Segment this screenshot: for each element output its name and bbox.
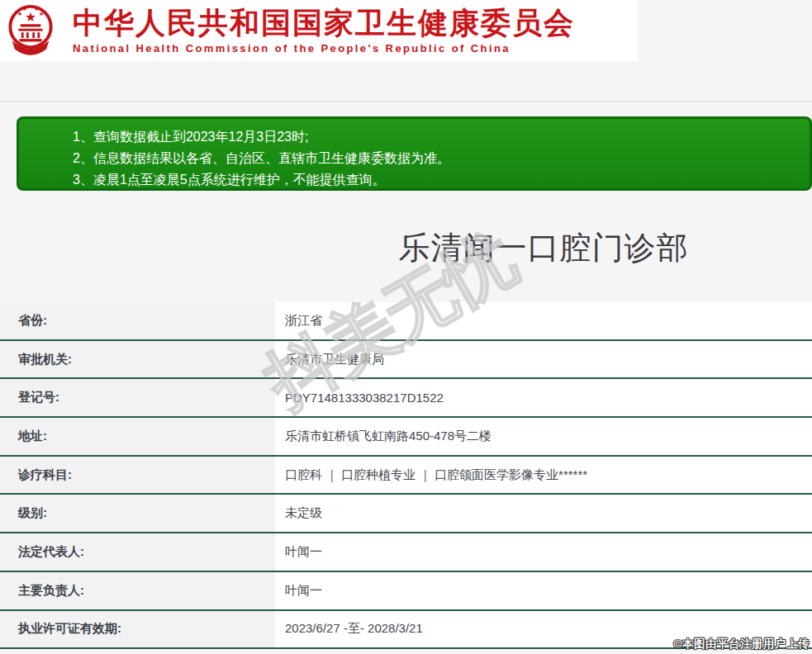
notice-line-3: 3、凌晨1点至凌晨5点系统进行维护，不能提供查询。 [73, 169, 801, 191]
china-national-emblem-icon: ★ ★ ★ ★ ★ [7, 0, 55, 61]
row-value: PDY71481333038217D1522 [275, 379, 812, 416]
site-title-english: National Health Commission of the People… [73, 42, 575, 54]
row-label: 省份: [0, 302, 275, 339]
table-row-level: 级别: 未定级 [0, 495, 812, 533]
row-label: 审批机关: [0, 341, 275, 378]
row-value: 未定级 [275, 495, 812, 532]
table-row-address: 地址: 乐清市虹桥镇飞虹南路450-478号二楼 [0, 418, 812, 457]
table-row-province: 省份: 浙江省 [0, 302, 812, 341]
table-row-medical-subjects: 诊疗科目: 口腔科 ｜ 口腔种植专业 ｜ 口腔颌面医学影像专业****** [0, 457, 812, 495]
clinic-info-table: 省份: 浙江省 审批机关: 乐清市卫生健康局 登记号: PDY714813330… [0, 302, 812, 649]
row-value: 浙江省 [275, 302, 812, 339]
row-label: 级别: [0, 495, 275, 532]
table-row-legal-representative: 法定代表人: 叶闻一 [0, 533, 812, 572]
row-label: 地址: [0, 418, 275, 455]
clinic-name-title: 乐清闻一口腔门诊部 [275, 227, 812, 269]
row-label: 法定代表人: [0, 533, 275, 571]
header-titles: 中华人民共和国国家卫生健康委员会 National Health Commiss… [73, 7, 575, 54]
uploader-copyright-watermark: ©本图由平台注册用户上传 [674, 637, 810, 652]
svg-text:★: ★ [22, 6, 27, 12]
query-notice-box: 1、查询数据截止到2023年12月3日23时; 2、信息数据结果以各省、自治区、… [17, 116, 812, 191]
row-label: 执业许可证有效期: [0, 611, 275, 648]
svg-text:★: ★ [25, 10, 36, 24]
row-value: 乐清市卫生健康局 [275, 341, 812, 378]
row-value: 叶闻一 [275, 572, 812, 609]
table-row-registration-number: 登记号: PDY71481333038217D1522 [0, 379, 812, 418]
row-label: 登记号: [0, 379, 275, 416]
row-value: 口腔科 ｜ 口腔种植专业 ｜ 口腔颌面医学影像专业****** [275, 457, 812, 494]
notice-line-2: 2、信息数据结果以各省、自治区、直辖市卫生健康委数据为准。 [73, 148, 801, 169]
row-value: 叶闻一 [275, 533, 812, 571]
page: ★ ★ ★ ★ ★ 中华人民共和国国家卫生健康委员会 National Heal… [0, 0, 812, 654]
site-header: ★ ★ ★ ★ ★ 中华人民共和国国家卫生健康委员会 National Heal… [0, 0, 638, 61]
row-label: 诊疗科目: [0, 457, 275, 494]
svg-text:★: ★ [39, 11, 44, 17]
row-label: 主要负责人: [0, 572, 275, 609]
svg-text:★: ★ [17, 11, 22, 17]
notice-line-1: 1、查询数据截止到2023年12月3日23时; [73, 126, 801, 148]
site-title-chinese: 中华人民共和国国家卫生健康委员会 [73, 7, 575, 40]
row-value: 乐清市虹桥镇飞虹南路450-478号二楼 [275, 418, 812, 455]
header-divider [0, 101, 812, 102]
table-row-approval-authority: 审批机关: 乐清市卫生健康局 [0, 341, 812, 380]
table-row-person-in-charge: 主要负责人: 叶闻一 [0, 572, 812, 611]
